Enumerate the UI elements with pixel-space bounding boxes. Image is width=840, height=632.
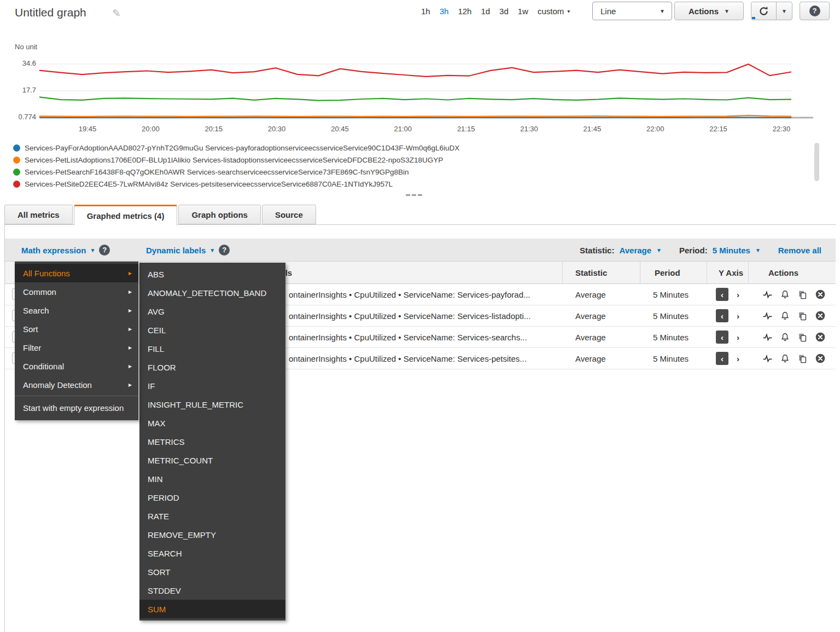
function-item-anomaly_detection_band[interactable]: ANOMALY_DETECTION_BAND — [139, 283, 285, 302]
yaxis-right-button[interactable]: › — [732, 309, 744, 322]
create-alarm-bell-icon[interactable] — [780, 289, 790, 300]
metric-statistic[interactable]: Average — [575, 305, 606, 326]
menu-item-filter[interactable]: Filter▸ — [15, 338, 138, 357]
menu-item-anomaly-detection[interactable]: Anomaly Detection▸ — [15, 375, 138, 394]
menu-item-sort[interactable]: Sort▸ — [15, 320, 138, 338]
dynamic-labels-help-icon[interactable]: ? — [219, 245, 230, 256]
function-item-period[interactable]: PERIOD — [139, 488, 285, 507]
function-item-remove_empty[interactable]: REMOVE_EMPTY — [139, 525, 285, 544]
menu-item-start-with-empty-expression[interactable]: Start with empty expression — [15, 398, 138, 418]
create-alarm-bell-icon[interactable] — [780, 353, 790, 364]
create-alarm-bell-icon[interactable] — [780, 311, 790, 321]
edit-title-pencil-icon[interactable]: ✎ — [112, 7, 121, 20]
menu-item-common[interactable]: Common▸ — [15, 282, 138, 301]
duplicate-metric-icon[interactable] — [797, 353, 808, 364]
function-item-fill[interactable]: FILL — [139, 339, 285, 358]
refresh-button[interactable] — [751, 2, 777, 20]
duplicate-metric-icon[interactable] — [797, 332, 808, 343]
chevron-down-icon: ▼ — [90, 247, 95, 253]
series-line — [39, 115, 791, 117]
remove-all-button[interactable]: Remove all — [778, 246, 821, 255]
remove-metric-icon[interactable] — [815, 310, 826, 321]
function-item-label: INSIGHT_RULE_METRIC — [148, 400, 243, 409]
yaxis-right-button[interactable]: › — [732, 331, 744, 344]
function-item-stddev[interactable]: STDDEV — [139, 581, 285, 600]
time-range-1w[interactable]: 1w — [518, 7, 528, 16]
graph-this-metric-icon[interactable] — [762, 332, 773, 343]
graph-this-metric-icon[interactable] — [762, 353, 773, 364]
remove-metric-icon[interactable] — [815, 353, 826, 364]
metric-statistic[interactable]: Average — [575, 284, 606, 305]
menu-item-label: Conditional — [23, 362, 64, 371]
legend-item[interactable]: Services-PetSearchF16438F8-qQ7gOKEh0AWR … — [13, 166, 812, 178]
period-column-header[interactable]: Period — [655, 262, 680, 284]
yaxis-right-button[interactable]: › — [732, 288, 744, 301]
yaxis-left-button[interactable]: ‹ — [716, 352, 728, 365]
statistic-select[interactable]: Average — [619, 246, 651, 255]
legend-item[interactable]: Services-PetSiteD2EEC4E5-7LwRMAlvi84z Se… — [13, 178, 812, 188]
function-item-sum[interactable]: SUM — [139, 600, 285, 618]
time-range-custom[interactable]: custom▾ — [538, 7, 570, 16]
menu-item-all-functions[interactable]: All Functions▸ — [15, 264, 138, 282]
duplicate-metric-icon[interactable] — [797, 289, 808, 300]
remove-metric-icon[interactable] — [815, 289, 826, 300]
function-item-sort[interactable]: SORT — [139, 563, 285, 581]
refresh-options-button[interactable]: ▼ — [776, 2, 792, 20]
period-select[interactable]: 5 Minutes — [713, 246, 750, 255]
math-expression-help-icon[interactable]: ? — [99, 245, 110, 256]
menu-item-conditional[interactable]: Conditional▸ — [15, 357, 138, 375]
remove-metric-icon[interactable] — [815, 332, 826, 343]
function-item-ceil[interactable]: CEIL — [139, 321, 285, 339]
function-item-min[interactable]: MIN — [139, 469, 285, 488]
duplicate-metric-icon[interactable] — [797, 311, 808, 321]
function-item-rate[interactable]: RATE — [139, 507, 285, 525]
dynamic-labels-dropdown[interactable]: Dynamic labels ▼ ? — [146, 239, 230, 262]
chart-type-select[interactable]: Line ▼ — [592, 2, 672, 20]
yaxis-left-button[interactable]: ‹ — [716, 288, 728, 301]
yaxis-column-header[interactable]: Y Axis — [719, 262, 743, 284]
create-alarm-bell-icon[interactable] — [780, 332, 790, 343]
time-range-3d[interactable]: 3d — [499, 7, 509, 16]
tab-graph-options[interactable]: Graph options — [178, 205, 261, 224]
yaxis-left-button[interactable]: ‹ — [716, 331, 728, 344]
legend-item[interactable]: Services-PayForAdoptionAAAD8027-pYnhT2G9… — [13, 142, 812, 154]
time-range-12h[interactable]: 12h — [458, 7, 471, 16]
tab-source[interactable]: Source — [262, 205, 316, 224]
submenu-arrow-icon: ▸ — [129, 344, 132, 351]
menu-divider — [15, 396, 138, 396]
function-item-avg[interactable]: AVG — [139, 302, 285, 321]
yaxis-left-button[interactable]: ‹ — [716, 309, 728, 322]
metric-period[interactable]: 5 Minutes — [653, 284, 689, 305]
statistic-column-header[interactable]: Statistic — [575, 262, 607, 284]
yaxis-right-button[interactable]: › — [732, 352, 744, 365]
function-item-search[interactable]: SEARCH — [139, 544, 285, 563]
time-range-1h[interactable]: 1h — [421, 7, 430, 16]
function-item-max[interactable]: MAX — [139, 414, 285, 432]
metric-period[interactable]: 5 Minutes — [653, 348, 689, 369]
legend-item[interactable]: Services-PetListAdoptions1706E0DF-BLUp1l… — [13, 154, 812, 166]
function-item-floor[interactable]: FLOOR — [139, 358, 285, 376]
resize-handle-icon[interactable] — [406, 194, 422, 196]
function-item-metrics[interactable]: METRICS — [139, 432, 285, 451]
legend-scrollbar[interactable] — [814, 143, 819, 181]
time-range-3h[interactable]: 3h — [440, 7, 449, 16]
metric-statistic[interactable]: Average — [575, 348, 606, 369]
tab-all-metrics[interactable]: All metrics — [4, 205, 73, 224]
metric-period[interactable]: 5 Minutes — [653, 305, 689, 326]
metric-statistic[interactable]: Average — [575, 327, 606, 347]
metric-period[interactable]: 5 Minutes — [653, 327, 689, 347]
help-button[interactable]: ? — [800, 2, 830, 20]
menu-item-search[interactable]: Search▸ — [15, 301, 138, 320]
actions-button[interactable]: Actions ▼ — [674, 2, 744, 20]
math-expression-dropdown[interactable]: Math expression ▼ ? — [21, 239, 110, 262]
tab-bar: All metricsGraphed metrics (4)Graph opti… — [4, 205, 316, 225]
graph-this-metric-icon[interactable] — [762, 311, 773, 321]
time-range-1d[interactable]: 1d — [481, 7, 490, 16]
function-item-if[interactable]: IF — [139, 376, 285, 395]
function-item-abs[interactable]: ABS — [139, 265, 285, 283]
graph-this-metric-icon[interactable] — [762, 289, 773, 300]
tab-graphed-metrics-4-[interactable]: Graphed metrics (4) — [74, 205, 178, 225]
function-item-metric_count[interactable]: METRIC_COUNT — [139, 451, 285, 469]
function-item-insight_rule_metric[interactable]: INSIGHT_RULE_METRIC — [139, 395, 285, 414]
metrics-line-chart[interactable] — [0, 52, 840, 123]
